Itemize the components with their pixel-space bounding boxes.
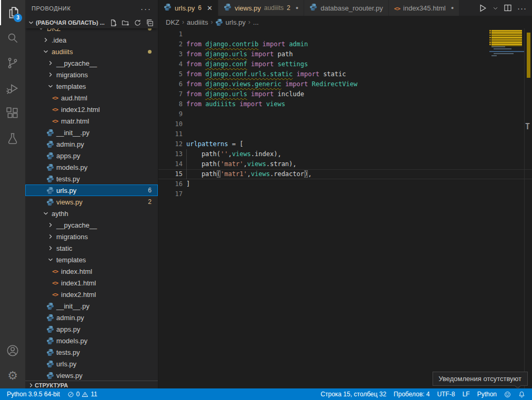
- tree-item-matr.html[interactable]: <>matr.html: [25, 115, 158, 127]
- tab-modified-count: 6: [198, 4, 202, 12]
- python-interpreter-item[interactable]: Python 3.9.5 64-bit: [3, 388, 64, 400]
- tree-item-models.py[interactable]: models.py: [25, 335, 158, 346]
- tree-item-templates[interactable]: templates: [25, 254, 158, 265]
- tab-index345.html[interactable]: <>index345.html●: [389, 0, 460, 16]
- activity-run-debug[interactable]: [0, 76, 25, 101]
- eol-item[interactable]: LF: [459, 388, 474, 400]
- html-icon: <>: [52, 118, 58, 125]
- problems-item[interactable]: 0 11: [64, 388, 101, 400]
- tree-item-__init__.py[interactable]: __init__.py: [25, 127, 158, 138]
- code-line-7[interactable]: 7from django.urls import include: [158, 89, 532, 99]
- tree-item-models.py[interactable]: models.py: [25, 161, 158, 173]
- code-line-3[interactable]: 3from django.urls import path: [158, 49, 532, 59]
- tree-item-aythh[interactable]: aythh: [25, 208, 158, 219]
- code-line-10[interactable]: 10: [158, 119, 532, 129]
- tree-item-index2.html[interactable]: <>index2.html: [25, 289, 158, 300]
- new-folder-icon[interactable]: [122, 19, 129, 27]
- activity-settings[interactable]: ⚙: [0, 363, 25, 388]
- tree-item-__init__.py[interactable]: __init__.py: [25, 300, 158, 312]
- line-number: 17: [158, 189, 183, 199]
- run-file-icon[interactable]: [478, 4, 487, 13]
- collapse-all-icon[interactable]: [146, 19, 154, 27]
- python-icon: [46, 163, 54, 171]
- code-line-13[interactable]: 13 path('',views.index),: [158, 149, 532, 159]
- activity-testing[interactable]: [0, 126, 25, 151]
- activity-explorer[interactable]: 3: [0, 0, 25, 25]
- code-line-17[interactable]: 17: [158, 189, 532, 199]
- activity-source-control[interactable]: [0, 50, 25, 76]
- tree-item-migrations[interactable]: migrations: [25, 231, 158, 242]
- tree-item-views.py[interactable]: views.py2: [25, 196, 158, 208]
- tree-item-apps.py[interactable]: apps.py: [25, 150, 158, 161]
- overview-ruler[interactable]: T: [524, 28, 532, 388]
- notifications-bell-item[interactable]: [515, 388, 529, 400]
- tree-item-static[interactable]: static: [25, 242, 158, 254]
- code-line-16[interactable]: 16]: [158, 179, 532, 189]
- tree-item-__pycache__[interactable]: __pycache__: [25, 219, 158, 231]
- encoding-item[interactable]: UTF-8: [434, 388, 459, 400]
- tree-item-tests.py[interactable]: tests.py: [25, 346, 158, 358]
- tree-item-index1.html[interactable]: <>index1.html: [25, 277, 158, 289]
- code-line-4[interactable]: 4from django.conf import settings: [158, 59, 532, 69]
- tab-urls.py[interactable]: urls.py6✕: [158, 0, 218, 16]
- workspace-section-header[interactable]: (РАБОЧАЯ ОБЛАСТЬ) ...: [25, 17, 158, 28]
- breadcrumb-item-DKZ[interactable]: DKZ: [166, 18, 179, 26]
- breadcrumb-item-urls.py[interactable]: urls.py: [215, 18, 245, 26]
- code-line-5[interactable]: 5from django.conf.urls.static import sta…: [158, 69, 532, 79]
- code-line-6[interactable]: 6from django.views.generic import Redire…: [158, 79, 532, 89]
- activity-bar: 3: [0, 0, 25, 388]
- explorer-more-icon[interactable]: ···: [140, 4, 152, 13]
- minimap[interactable]: [489, 28, 524, 165]
- code-line-8[interactable]: 8from audiiits import views: [158, 99, 532, 109]
- code-editor[interactable]: 12from django.contrib import admin3from …: [158, 28, 532, 388]
- breadcrumb-separator: ›: [210, 18, 213, 26]
- code-line-15[interactable]: 15 path('matr1',views.redactor),: [158, 169, 532, 179]
- split-editor-icon[interactable]: [504, 4, 512, 12]
- breadcrumb: DKZ›audiiits›urls.py›...: [158, 16, 532, 28]
- tree-item-admin.py[interactable]: admin.py: [25, 312, 158, 323]
- code-line-2[interactable]: 2from django.contrib import admin: [158, 39, 532, 49]
- python-icon: [46, 360, 54, 368]
- chevron-right-icon: [47, 233, 54, 240]
- tree-item-urls.py[interactable]: urls.py6: [25, 184, 158, 196]
- error-count: 0: [76, 391, 80, 398]
- tree-item-index12.html[interactable]: <>index12.html: [25, 104, 158, 115]
- cursor-position-item[interactable]: Строка 15, столбец 32: [317, 388, 390, 400]
- run-dropdown-chevron-icon[interactable]: [493, 5, 498, 11]
- tree-item-aud.html[interactable]: <>aud.html: [25, 92, 158, 104]
- indentation-item[interactable]: Пробелов: 4: [390, 388, 434, 400]
- activity-search[interactable]: [0, 25, 25, 50]
- tab-close-icon[interactable]: ✕: [207, 4, 213, 12]
- tree-item-admin.py[interactable]: admin.py: [25, 138, 158, 150]
- language-mode-item[interactable]: Python: [474, 388, 500, 400]
- tree-item-DKZ[interactable]: DKZ: [25, 28, 158, 34]
- tree-item-audiiits[interactable]: audiiits: [25, 46, 158, 57]
- line-number: 11: [158, 129, 183, 139]
- code-line-14[interactable]: 14 path('matr',views.stran),: [158, 159, 532, 169]
- activity-extensions[interactable]: [0, 101, 25, 126]
- breadcrumb-item-audiiits[interactable]: audiiits: [187, 18, 208, 26]
- tree-item-templates[interactable]: templates: [25, 80, 158, 92]
- tree-item-.idea[interactable]: .idea: [25, 34, 158, 46]
- tree-item-__pycache__[interactable]: __pycache__: [25, 57, 158, 69]
- editor-more-icon[interactable]: ···: [517, 4, 527, 13]
- feedback-item[interactable]: [500, 388, 515, 400]
- new-file-icon[interactable]: [109, 19, 117, 27]
- tree-item-migrations[interactable]: migrations: [25, 69, 158, 80]
- code-line-12[interactable]: 12urlpatterns = [: [158, 139, 532, 149]
- tab-views.py[interactable]: views.pyaudiiits2●: [218, 0, 304, 16]
- breadcrumb-separator: ›: [248, 18, 250, 26]
- tree-item-urls.py[interactable]: urls.py: [25, 358, 158, 370]
- tree-item-index.html[interactable]: <>index.html: [25, 265, 158, 277]
- tree-item-apps.py[interactable]: apps.py: [25, 323, 158, 335]
- chevron-right-icon: [42, 36, 49, 44]
- tree-item-tests.py[interactable]: tests.py: [25, 173, 158, 184]
- code-line-1[interactable]: 1: [158, 29, 532, 39]
- code-line-9[interactable]: 9: [158, 109, 532, 119]
- refresh-icon[interactable]: [134, 19, 142, 27]
- breadcrumb-item-...[interactable]: ...: [253, 18, 259, 26]
- activity-account[interactable]: [0, 338, 25, 363]
- tree-item-views.py[interactable]: views.py: [25, 370, 158, 381]
- code-line-11[interactable]: 11: [158, 129, 532, 139]
- tab-database_roouter.py[interactable]: database_roouter.py: [304, 0, 389, 16]
